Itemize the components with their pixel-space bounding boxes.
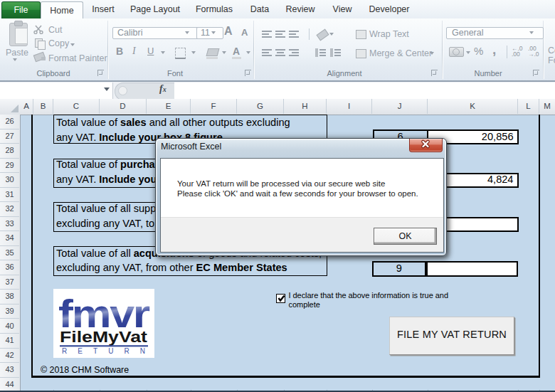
svg-text:FileMyVat: FileMyVat <box>60 328 148 346</box>
svg-text:RETURN: RETURN <box>62 348 145 356</box>
